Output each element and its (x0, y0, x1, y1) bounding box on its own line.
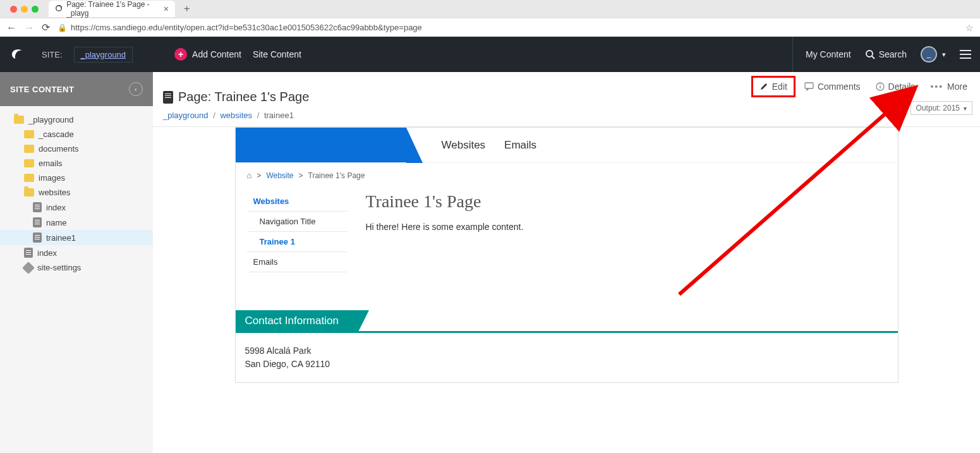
comment-icon (804, 82, 814, 91)
chevron-down-icon: ▾ (942, 51, 946, 59)
crumb-current: trainee1 (264, 111, 294, 120)
tree-page-name[interactable]: name (0, 215, 153, 230)
app-bar: SITE: _playground + Add Content Site Con… (0, 37, 980, 72)
file-icon (33, 217, 42, 227)
pencil-icon (759, 82, 768, 91)
folder-icon (24, 174, 34, 182)
address-bar: ← → ⟳ 🔒 https://cms.sandiego.edu/entity/… (0, 18, 980, 37)
details-button[interactable]: Details (869, 78, 922, 95)
window-controls[interactable] (5, 6, 44, 13)
preview-address-line1: 5998 Alcalá Park (245, 344, 888, 358)
tree-block-site-settings[interactable]: site-settings (0, 260, 153, 275)
main-menu-button[interactable] (960, 50, 971, 59)
tree-folder-cascade[interactable]: _cascade (0, 127, 153, 142)
close-tab-icon[interactable]: × (164, 4, 169, 14)
chevron-down-icon: ▾ (964, 105, 967, 112)
site-label: SITE: (42, 50, 63, 59)
my-content-link[interactable]: My Content (806, 49, 851, 59)
folder-icon (24, 145, 34, 153)
site-selector[interactable]: _playground (74, 47, 133, 63)
preview-side-emails[interactable]: Emails (247, 252, 347, 272)
reload-button[interactable]: ⟳ (42, 21, 50, 33)
preview-body-text: Hi there! Here is some example content. (366, 222, 524, 232)
comments-button[interactable]: Comments (798, 78, 867, 95)
sidebar-title: SITE CONTENT (10, 85, 74, 94)
crumb-playground[interactable]: _playground (163, 111, 209, 120)
new-tab-button[interactable]: + (180, 3, 193, 15)
preview-nav-websites[interactable]: Websites (442, 139, 486, 152)
folder-icon (24, 159, 34, 167)
back-button[interactable]: ← (6, 22, 16, 33)
folder-open-icon (24, 188, 34, 196)
preview-heading: Trainee 1's Page (366, 191, 524, 212)
favicon-icon (55, 4, 63, 13)
crumb-websites[interactable]: websites (220, 111, 252, 120)
collapse-sidebar-button[interactable]: ‹ (129, 82, 143, 96)
url-text: https://cms.sandiego.edu/entity/open.act… (71, 23, 422, 32)
tab-title: Page: Trainee 1's Page - _playg (66, 0, 160, 18)
home-icon[interactable]: ⌂ (247, 171, 252, 180)
dots-icon: ••• (930, 82, 943, 92)
tree-page-trainee1[interactable]: trainee1 (0, 230, 153, 245)
preview-content: Trainee 1's Page Hi there! Here is some … (366, 191, 524, 272)
file-icon (33, 202, 42, 212)
avatar-icon: _ (921, 46, 937, 63)
preview-breadcrumb: ⌂ > Website > Trainee 1's Page (236, 163, 898, 185)
action-row: Edit Comments Details ••• More (751, 76, 974, 97)
preview-topnav: Websites Emails (236, 128, 898, 163)
preview-brand-block (236, 128, 406, 162)
preview-contact-header: Contact Information (236, 310, 358, 331)
preview-sidenav: Websites Navigation Title Trainee 1 Emai… (247, 191, 347, 272)
page-icon (163, 91, 173, 104)
close-window-icon[interactable] (10, 6, 17, 13)
page-title: Page: Trainee 1's Page (178, 90, 309, 104)
svg-point-8 (880, 84, 881, 85)
browser-chrome: Page: Trainee 1's Page - _playg × + ← → … (0, 0, 980, 37)
main-content: Edit Comments Details ••• More Page: Tra… (153, 72, 980, 453)
search-icon (865, 49, 875, 59)
preview-crumb-website[interactable]: Website (266, 171, 293, 180)
add-content-button[interactable]: + Add Content (174, 48, 241, 61)
block-icon (22, 262, 35, 274)
site-content-link[interactable]: Site Content (253, 49, 301, 59)
preview-side-websites[interactable]: Websites (247, 191, 347, 212)
edit-button[interactable]: Edit (751, 76, 795, 97)
lock-icon: 🔒 (57, 23, 67, 32)
preview-address-line2: San Diego, CA 92110 (245, 358, 888, 371)
plus-icon: + (174, 48, 187, 61)
url-field[interactable]: 🔒 https://cms.sandiego.edu/entity/open.a… (57, 23, 958, 32)
output-selector[interactable]: Output: 2015 ▾ (910, 101, 972, 115)
tree-folder-playground[interactable]: _playground (0, 112, 153, 127)
forward-button[interactable]: → (24, 22, 34, 33)
preview-side-navtitle[interactable]: Navigation Title (247, 212, 347, 232)
svg-rect-6 (805, 83, 813, 88)
page-preview: Websites Emails ⌂ > Website > Trainee 1'… (235, 127, 898, 383)
preview-side-trainee[interactable]: Trainee 1 (247, 232, 347, 252)
svg-point-1 (866, 51, 873, 57)
browser-tab[interactable]: Page: Trainee 1's Page - _playg × (49, 1, 175, 17)
preview-nav-emails[interactable]: Emails (504, 139, 536, 152)
sidebar: SITE CONTENT ‹ _playground _cascade docu… (0, 72, 153, 453)
user-menu[interactable]: _ ▾ (921, 46, 946, 63)
minimize-window-icon[interactable] (21, 6, 28, 13)
tree-folder-documents[interactable]: documents (0, 142, 153, 156)
tree-folder-images[interactable]: images (0, 171, 153, 185)
bookmark-icon[interactable]: ☆ (965, 23, 974, 33)
maximize-window-icon[interactable] (32, 6, 39, 13)
search-label: Search (879, 49, 907, 59)
more-button[interactable]: ••• More (924, 78, 974, 95)
info-icon (876, 82, 885, 91)
preview-contact-section: Contact Information 5998 Alcalá Park San… (236, 310, 898, 382)
tree-folder-emails[interactable]: emails (0, 156, 153, 171)
search-button[interactable]: Search (865, 49, 907, 59)
tree-folder-websites[interactable]: websites (0, 185, 153, 200)
file-icon (24, 248, 33, 258)
app-logo-icon[interactable] (9, 45, 27, 63)
tree-page-index-root[interactable]: index (0, 245, 153, 260)
folder-icon (24, 130, 34, 138)
add-content-label: Add Content (192, 49, 241, 59)
svg-line-2 (872, 56, 874, 59)
sidebar-header: SITE CONTENT ‹ (0, 72, 153, 106)
tab-strip: Page: Trainee 1's Page - _playg × + (0, 0, 980, 18)
tree-page-index[interactable]: index (0, 200, 153, 215)
